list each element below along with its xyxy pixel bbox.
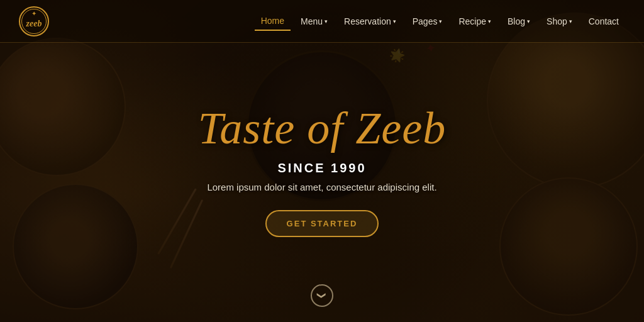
- hero-subtitle: SINCE 1990: [277, 161, 366, 175]
- navbar: ✦ zeeb Home Menu ▾ Reservation ▾ Pages ▾…: [0, 0, 644, 43]
- nav-link-home[interactable]: Home: [255, 12, 291, 31]
- nav-item-shop[interactable]: Shop ▾: [540, 13, 579, 30]
- nav-item-blog[interactable]: Blog ▾: [501, 13, 536, 30]
- logo-icon: ✦ zeeb: [19, 6, 49, 36]
- nav-links: Home Menu ▾ Reservation ▾ Pages ▾ Recipe…: [255, 12, 625, 31]
- get-started-button[interactable]: GET STARTED: [265, 210, 379, 237]
- chevron-down-icon: ▾: [527, 18, 530, 25]
- nav-link-blog[interactable]: Blog ▾: [501, 13, 536, 30]
- nav-item-reservation[interactable]: Reservation ▾: [338, 13, 402, 30]
- nav-link-pages[interactable]: Pages ▾: [406, 13, 449, 30]
- nav-link-recipe[interactable]: Recipe ▾: [452, 13, 497, 30]
- nav-item-pages[interactable]: Pages ▾: [406, 13, 449, 30]
- nav-link-contact[interactable]: Contact: [582, 13, 625, 30]
- nav-item-home[interactable]: Home: [255, 12, 291, 31]
- hero-section: 🌟 ✦ ✦ zeeb Home Menu ▾ Reservation ▾ Pag…: [0, 0, 644, 322]
- chevron-down-icon: ▾: [439, 18, 442, 25]
- chevron-down-icon: ▾: [569, 18, 572, 25]
- hero-description: Lorem ipsum dolor sit amet, consectetur …: [207, 182, 436, 192]
- crown-icon: ✦: [31, 10, 36, 17]
- scroll-down-button[interactable]: ❯: [311, 284, 333, 307]
- nav-item-menu[interactable]: Menu ▾: [294, 13, 334, 30]
- chevron-down-icon: ❯: [317, 292, 327, 299]
- hero-title: Taste of Zeeb: [198, 104, 446, 153]
- chevron-down-icon: ▾: [393, 18, 396, 25]
- nav-link-reservation[interactable]: Reservation ▾: [338, 13, 402, 30]
- nav-link-menu[interactable]: Menu ▾: [294, 13, 334, 30]
- hero-content: Taste of Zeeb SINCE 1990 Lorem ipsum dol…: [0, 0, 644, 322]
- nav-link-shop[interactable]: Shop ▾: [540, 13, 579, 30]
- chevron-down-icon: ▾: [488, 18, 491, 25]
- logo-area[interactable]: ✦ zeeb: [19, 6, 107, 36]
- nav-item-contact[interactable]: Contact: [582, 13, 625, 30]
- nav-item-recipe[interactable]: Recipe ▾: [452, 13, 497, 30]
- chevron-down-icon: ▾: [325, 18, 328, 25]
